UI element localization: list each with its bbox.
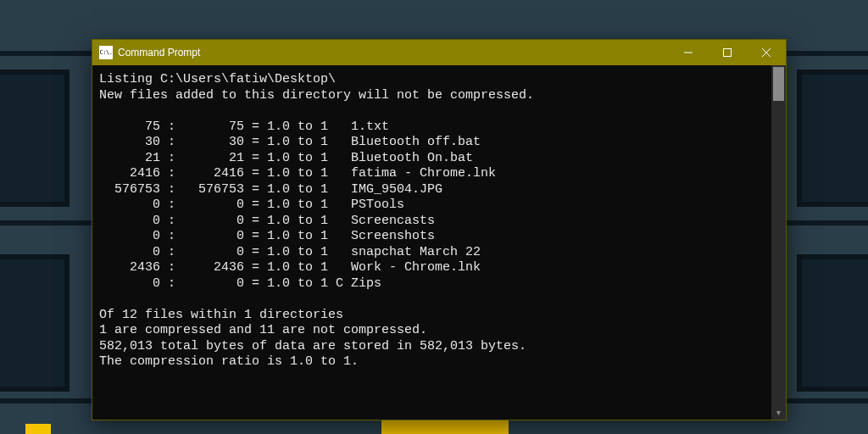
- scrollbar-thumb[interactable]: [773, 67, 784, 101]
- minimize-button[interactable]: [669, 40, 708, 65]
- vertical-scrollbar[interactable]: ▾: [771, 65, 786, 420]
- svg-rect-0: [724, 49, 732, 57]
- titlebar[interactable]: C:\. Command Prompt: [92, 40, 786, 65]
- window-title: Command Prompt: [118, 47, 200, 58]
- cmd-icon: C:\.: [99, 46, 113, 59]
- command-prompt-window: C:\. Command Prompt Listing C:\Users\fat…: [92, 39, 787, 420]
- scroll-down-arrow-icon[interactable]: ▾: [771, 405, 786, 420]
- maximize-button[interactable]: [708, 40, 747, 65]
- close-button[interactable]: [747, 40, 786, 65]
- terminal-output[interactable]: Listing C:\Users\fatiw\Desktop\ New file…: [92, 65, 771, 420]
